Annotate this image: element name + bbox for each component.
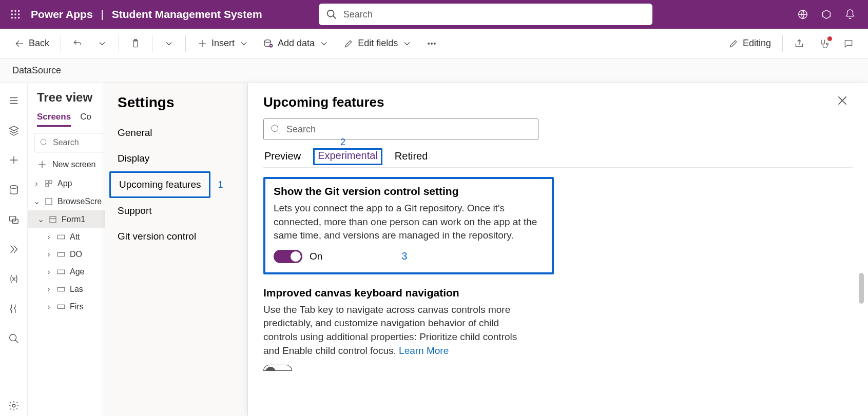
svg-point-9 (327, 10, 334, 17)
copilot-button[interactable] (815, 3, 838, 26)
svg-rect-31 (57, 235, 65, 239)
more-icon (427, 38, 437, 49)
separator (185, 35, 186, 52)
svg-point-16 (428, 43, 430, 44)
chevron-down-icon (239, 38, 249, 49)
insert-button[interactable]: Insert (192, 35, 254, 52)
share-button[interactable] (789, 35, 809, 52)
command-bar: Back Insert Add data Edit fields Editing (0, 29, 868, 58)
svg-point-4 (14, 13, 16, 15)
undo-button[interactable] (67, 35, 88, 52)
svg-point-23 (9, 334, 16, 341)
svg-rect-27 (49, 181, 52, 183)
app-icon (44, 179, 53, 188)
svg-point-7 (14, 17, 16, 18)
add-data-button[interactable]: Add data (258, 35, 334, 52)
app-checker-button[interactable] (814, 35, 834, 52)
tab-experimental[interactable]: Experimental (313, 148, 382, 165)
undo-icon (72, 38, 83, 49)
features-search-input[interactable]: Search (263, 118, 538, 140)
annotation-2: 2 (340, 137, 345, 148)
editing-mode-button[interactable]: Editing (723, 35, 776, 52)
variable-icon (8, 273, 20, 285)
svg-point-36 (272, 125, 278, 132)
git-toggle[interactable] (274, 250, 302, 263)
form-icon (48, 215, 57, 224)
settings-nav-support[interactable]: Support (105, 198, 247, 224)
search-icon (326, 9, 337, 20)
insert-label: Insert (211, 38, 235, 49)
database-icon (8, 184, 20, 195)
rail-media-button[interactable] (4, 209, 24, 230)
card-icon (56, 250, 66, 259)
notifications-button[interactable] (838, 3, 862, 26)
tree-item-label: Firs (70, 302, 84, 311)
add-data-label: Add data (278, 38, 315, 49)
comments-button[interactable] (838, 35, 859, 52)
card-icon (56, 285, 66, 294)
overflow-button[interactable] (421, 35, 442, 52)
hamburger-icon (8, 95, 20, 106)
search-icon (40, 138, 49, 147)
rail-search-button[interactable] (4, 328, 24, 349)
settings-nav-upcoming[interactable]: Upcoming features (109, 171, 210, 198)
close-button[interactable] (834, 92, 851, 109)
rail-variables-button[interactable] (4, 269, 24, 289)
search-icon (270, 124, 281, 135)
rail-add-button[interactable] (4, 150, 24, 170)
settings-body-panel: Upcoming features Search 2 Preview Exper… (248, 83, 868, 416)
media-icon (8, 214, 20, 225)
undo-menu-button[interactable] (92, 35, 112, 52)
close-icon (836, 94, 849, 107)
bell-icon (844, 9, 856, 20)
card-icon (56, 232, 66, 242)
separator (782, 35, 783, 52)
rail-insert-button[interactable] (4, 120, 24, 141)
feature-title: Show the Git version control setting (274, 185, 544, 197)
tab-retired[interactable]: Retired (394, 148, 429, 164)
annotation-3: 3 (401, 250, 407, 262)
app-launcher-button[interactable] (6, 5, 25, 24)
settings-nav-general[interactable]: General (105, 120, 247, 146)
learn-more-link[interactable]: Learn More (399, 345, 449, 356)
scrollbar-thumb[interactable] (859, 273, 864, 304)
pencil-icon (343, 38, 354, 49)
keyboard-nav-toggle[interactable] (263, 365, 292, 371)
svg-rect-26 (46, 181, 48, 183)
brand-app-name: Student Management System (112, 8, 262, 20)
svg-point-3 (11, 13, 13, 15)
svg-point-20 (10, 186, 17, 189)
tab-components[interactable]: Co (80, 109, 91, 127)
paste-menu-button[interactable] (159, 35, 179, 52)
edit-fields-button[interactable]: Edit fields (338, 35, 417, 52)
settings-nav-git[interactable]: Git version control (105, 224, 247, 249)
feature-tabs: Preview Experimental Retired (263, 148, 853, 168)
settings-nav-display[interactable]: Display (105, 146, 247, 171)
property-name[interactable]: DataSource (12, 65, 61, 76)
top-bar: Power Apps | Student Management System S… (0, 0, 868, 29)
back-button[interactable]: Back (9, 35, 54, 52)
environment-button[interactable] (791, 3, 815, 26)
rail-data-button[interactable] (4, 180, 24, 200)
rail-tree-button[interactable] (4, 90, 24, 111)
svg-point-14 (265, 39, 271, 42)
svg-point-2 (18, 10, 20, 12)
card-icon (56, 302, 66, 311)
tab-preview[interactable]: Preview (263, 148, 302, 164)
tab-screens[interactable]: Screens (37, 109, 71, 127)
paste-button[interactable] (125, 35, 146, 52)
global-search-input[interactable]: Search (319, 4, 652, 25)
tree-item-label: App (57, 179, 72, 188)
rail-tools-button[interactable] (4, 299, 24, 319)
rail-flows-button[interactable] (4, 239, 24, 260)
screen-icon (44, 197, 53, 206)
feature-git-version-control: Show the Git version control setting Let… (263, 177, 554, 274)
rail-settings-button[interactable] (4, 395, 24, 416)
clipboard-icon (130, 38, 141, 49)
separator (119, 35, 119, 52)
chevron-down-icon (97, 38, 107, 49)
brand-title: Power Apps | Student Management System (31, 8, 262, 21)
formula-bar: DataSource (0, 58, 868, 83)
tree-search-placeholder: Search (53, 138, 79, 147)
brand-separator: | (101, 8, 103, 20)
